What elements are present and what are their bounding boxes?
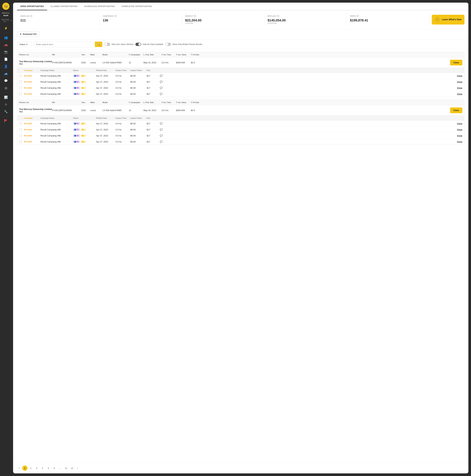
campaign-checkbox-1-2[interactable] [19, 81, 22, 83]
pagination-page-5[interactable]: 5 [46, 466, 51, 471]
campaign-inspect-value-2-2: $0.00 [130, 128, 147, 131]
toggle-mobile-friends: Show Only Mobile Friends Recalls [165, 43, 202, 46]
campaign-inspect-time-2-1: 0.0 hs [116, 122, 130, 125]
campaign-checkbox-1-1[interactable] [19, 74, 22, 77]
sidebar-item-wrench[interactable]: 🔧 [3, 108, 9, 115]
campaign-col-status-2: Status [73, 117, 96, 119]
comment-icon-1-1[interactable]: 💬 [160, 74, 165, 77]
comment-icon-2-1[interactable]: 💬 [160, 122, 165, 125]
comment-icon-1-2[interactable]: 💬 [160, 81, 165, 83]
pagination-page-3[interactable]: 3 [34, 466, 39, 471]
campaign-part-2-2: $17 [147, 128, 160, 131]
campaign-name-1-2: Recall Campaing #88 [40, 81, 73, 83]
campaign-col-status: Status [73, 69, 96, 71]
col-t-ins-value-2: T. Ins. Value [176, 102, 191, 103]
campaign-checkbox-1-3[interactable] [19, 86, 22, 89]
col-make-2: Make [90, 102, 102, 103]
claim-button-2[interactable]: Claim [450, 107, 462, 113]
pagination-page-2[interactable]: 2 [28, 466, 33, 471]
select-label: Select [19, 43, 25, 46]
tab-claimed-opportunities[interactable]: CLAIMED OPPORTUNITIES [47, 3, 81, 10]
tab-open-opportunities[interactable]: OPEN OPPORTUNITIES [17, 3, 47, 10]
close-btn-1-2[interactable]: Close [457, 81, 462, 83]
sidebar: 🐝 Welcome, Sarah Test Chrys ler... ▾ ⚡ 👥… [0, 0, 12, 476]
close-btn-1-4[interactable]: Close [457, 93, 462, 95]
stat-vehicles-info[interactable]: ⓘ [30, 15, 32, 17]
campaign-part-1-4: $17 [147, 93, 160, 95]
sidebar-item-vehicle[interactable]: 🚙 [3, 70, 9, 77]
claim-button-1[interactable]: Claim [450, 60, 462, 66]
sidebar-item-grid[interactable]: ▦ [3, 85, 9, 91]
comment-icon-2-2[interactable]: 💬 [160, 128, 165, 131]
select-dropdown[interactable]: Select ▾ [17, 42, 32, 47]
sidebar-item-users[interactable]: 👤 [3, 63, 9, 70]
stat-inspect-label: INSPECT [185, 15, 193, 17]
status-pill-replace-2-2: 🟡 ▷ [81, 128, 86, 131]
sidebar-item-lightning[interactable]: ⚡ [3, 25, 9, 32]
search-button[interactable]: 🔍 [95, 42, 102, 47]
campaign-id-1-2: RC1044 [24, 81, 40, 83]
comment-icon-2-3[interactable]: 💬 [160, 134, 165, 137]
campaign-col-pub-date: Publish Date [96, 69, 116, 71]
stat-parts-info[interactable]: ⓘ [357, 15, 359, 17]
toggle-hide-zero-value-switch[interactable] [104, 43, 110, 46]
col-t-ins-time-2: T. Ins. Time [161, 102, 176, 103]
pagination-page-1[interactable]: 1 [22, 466, 28, 471]
sidebar-item-car[interactable]: 🚗 [3, 42, 9, 48]
campaign-row-2-2: RC1044 Recall Campaing #88 🔵 RC 🟡 ▷ Apr … [17, 127, 464, 133]
sidebar-item-people[interactable]: 👥 [3, 34, 9, 41]
vehicle-partner-lot-1: Test Mercury Delearship Limited #11 [19, 60, 52, 65]
col-action-2 [204, 102, 462, 103]
col-t-ins-time: T. Ins. Time [161, 54, 176, 56]
sidebar-item-gear[interactable]: ⚙ [3, 101, 9, 108]
pagination-page-13[interactable]: 13 [69, 466, 75, 471]
stat-inspect-info[interactable]: ⓘ [194, 15, 196, 17]
stat-parts-label: PARTS [350, 15, 356, 17]
pagination-prev[interactable]: ‹ [17, 466, 22, 470]
stat-vehicles-label: VEHICLES [20, 15, 30, 17]
campaign-checkbox-1-4[interactable] [19, 93, 22, 95]
close-btn-2-1[interactable]: Close [457, 122, 462, 125]
toggle-mobile-friends-switch[interactable] [165, 43, 171, 46]
dealer-selector[interactable]: Test Chrys ler... ▾ [0, 19, 12, 22]
campaign-col-pub-date-2: Publish Date [96, 117, 116, 119]
pagination-page-6[interactable]: 6 [52, 466, 57, 471]
comment-icon-1-3[interactable]: 💬 [160, 86, 165, 89]
sidebar-item-flag[interactable]: 🚩 [3, 118, 9, 124]
download-icon: ⬇ [20, 33, 21, 35]
download-csv-button[interactable]: ⬇ Download CSV [17, 32, 39, 37]
close-btn-2-3[interactable]: Close [457, 135, 462, 137]
comment-icon-2-4[interactable]: 💬 [160, 140, 165, 143]
close-btn-1-3[interactable]: Close [457, 87, 462, 89]
pagination-next[interactable]: › [75, 466, 80, 470]
close-btn-1-1[interactable]: Close [457, 75, 462, 77]
campaign-checkbox-2-4[interactable] [19, 140, 22, 143]
pagination-page-12[interactable]: 12 [64, 466, 69, 471]
tab-scheduled-opportunities[interactable]: SCHEDULED OPPORTUNITIES [81, 3, 118, 10]
pagination-page-4[interactable]: 4 [40, 466, 45, 471]
sidebar-item-document[interactable]: 📄 [3, 56, 9, 63]
comment-icon-1-4[interactable]: 💬 [160, 93, 165, 95]
toggle-hide-no-parts-switch[interactable] [135, 43, 141, 46]
tab-completed-opportunities[interactable]: COMPLETED OPPORTUNITIES [118, 3, 155, 10]
sidebar-item-camera[interactable]: 📷 [3, 49, 9, 55]
stat-replace-info[interactable]: ⓘ [277, 15, 279, 17]
close-btn-2-2[interactable]: Close [457, 129, 462, 131]
vehicle-t-pa-value-2: $2.5 [191, 109, 204, 112]
campaign-checkbox-2-3[interactable] [19, 134, 22, 137]
campaign-col-part: Part [147, 69, 160, 71]
vehicle-t-pa-value-1: $2.5 [191, 61, 204, 64]
status-pill-replace-1-3: 🟡 ▷ [81, 87, 86, 89]
learn-whats-new-card[interactable]: ⓘ Learn What's New [432, 15, 464, 25]
app-logo[interactable]: 🐝 [2, 3, 10, 10]
campaign-part-1-1: $17 [147, 75, 160, 77]
stat-campaigns-info[interactable]: ⓘ [115, 15, 117, 17]
col-make: Make [90, 54, 102, 56]
status-pill-inspect-1-3: 🔵 RC [73, 87, 80, 89]
sidebar-item-chart[interactable]: 📊 [3, 94, 9, 101]
sidebar-item-chat[interactable]: 💬 [3, 78, 9, 84]
search-input[interactable] [34, 42, 95, 47]
campaign-checkbox-2-2[interactable] [19, 128, 22, 131]
campaign-checkbox-2-1[interactable] [19, 122, 22, 125]
close-btn-2-4[interactable]: Close [457, 141, 462, 143]
